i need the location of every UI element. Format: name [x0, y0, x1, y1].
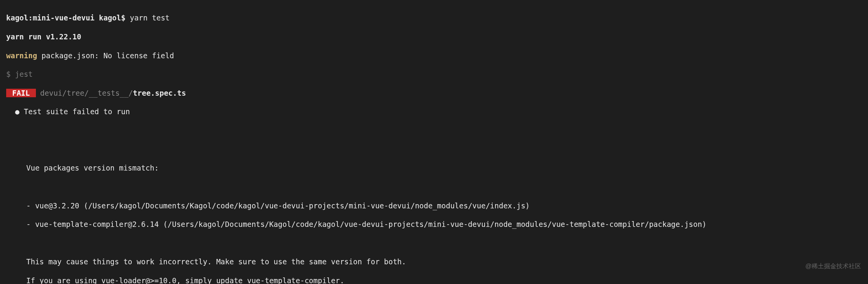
error-pkg-2: - vue-template-compiler@2.6.14 (/Users/k…	[6, 220, 707, 229]
watermark-text: @稀土掘金技术社区	[805, 262, 861, 270]
fail-line: FAIL devui/tree/__tests__/tree.spec.ts	[6, 88, 862, 98]
prompt-user: kagol$	[99, 14, 125, 22]
yarn-warning-line: warning package.json: No license field	[6, 51, 862, 60]
fail-dir: devui/tree/__tests__/	[36, 89, 133, 97]
jest-invocation: $ jest	[6, 69, 862, 79]
bullet-icon: ●	[15, 107, 19, 116]
warning-text: package.json: No license field	[37, 51, 174, 60]
suite-failed-line: ● Test suite failed to run	[6, 107, 862, 116]
prompt-host: kagol:mini-vue-devui	[6, 14, 95, 22]
fail-badge: FAIL	[6, 89, 36, 97]
error-pkg-1: - vue@3.2.20 (/Users/kagol/Documents/Kag…	[6, 201, 530, 210]
error-note-1: This may cause things to work incorrectl…	[6, 257, 406, 266]
error-note-2: If you are using vue-loader@>=10.0, simp…	[6, 276, 344, 284]
fail-file: tree.spec.ts	[133, 89, 186, 97]
terminal-output: kagol:mini-vue-devui kagol$ yarn test ya…	[0, 0, 868, 284]
warning-label: warning	[6, 51, 37, 60]
prompt-command: yarn test	[130, 14, 170, 22]
suite-failed-text: Test suite failed to run	[24, 107, 130, 116]
prompt-line[interactable]: kagol:mini-vue-devui kagol$ yarn test	[6, 13, 862, 22]
yarn-run-line: yarn run v1.22.10	[6, 32, 862, 41]
error-header: Vue packages version mismatch:	[6, 163, 159, 172]
